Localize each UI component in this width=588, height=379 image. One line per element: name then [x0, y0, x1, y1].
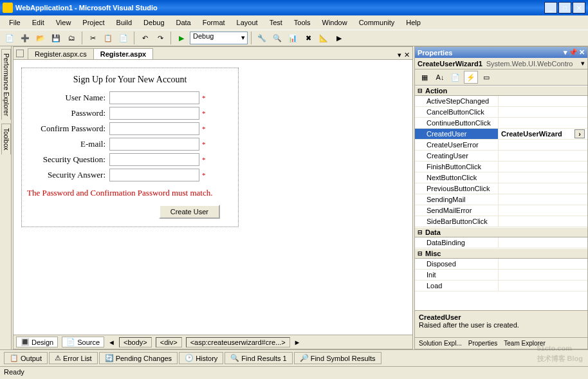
tool-icon[interactable]: ▶	[332, 31, 346, 45]
menu-tools[interactable]: Tools	[289, 17, 316, 28]
tool-icon[interactable]: 🔍	[270, 31, 284, 45]
add-item-icon[interactable]: ➕	[18, 31, 32, 45]
tab-properties[interactable]: Properties	[466, 339, 501, 347]
property-row[interactable]: CancelButtonClick	[415, 107, 587, 118]
property-grid[interactable]: Action ActiveStepChangedCancelButtonClic…	[415, 86, 587, 311]
pin-icon[interactable]: ▾	[564, 48, 567, 57]
tool-icon[interactable]: ✖	[301, 31, 315, 45]
menu-format[interactable]: Format	[198, 17, 230, 28]
input-answer[interactable]	[109, 169, 199, 181]
property-value[interactable]	[499, 270, 587, 280]
tool-icon[interactable]: 📐	[317, 31, 331, 45]
close-panel-icon[interactable]: ✕	[579, 48, 585, 57]
tab-team-explorer[interactable]: Team Explorer	[501, 339, 547, 347]
tab-find-results-1[interactable]: 🔍 Find Results 1	[225, 352, 292, 364]
menu-debug[interactable]: Debug	[138, 17, 169, 28]
property-value[interactable]	[499, 172, 587, 183]
property-row[interactable]: DataBinding	[415, 237, 587, 248]
property-value[interactable]	[499, 118, 587, 128]
tool-icon[interactable]: 🔧	[255, 31, 269, 45]
property-row[interactable]: Init	[415, 270, 587, 281]
menu-window[interactable]: Window	[317, 17, 353, 28]
property-object-selector[interactable]: CreateUserWizard1 System.Web.UI.WebContr…	[415, 58, 587, 69]
property-value[interactable]	[499, 183, 587, 194]
menu-edit[interactable]: Edit	[27, 17, 50, 28]
minimize-button[interactable]: _	[544, 2, 557, 14]
property-value[interactable]	[499, 194, 587, 205]
property-row[interactable]: NextButtonClick	[415, 172, 587, 183]
input-confirm[interactable]	[109, 122, 199, 135]
design-view-button[interactable]: 🔳 Design	[16, 337, 58, 347]
crumb-nav-left[interactable]: ◄	[108, 338, 115, 346]
open-icon[interactable]: 📂	[33, 31, 48, 45]
tab-error-list[interactable]: ⚠ Error List	[49, 352, 98, 364]
categorized-icon[interactable]: ▦	[418, 71, 432, 84]
property-value[interactable]	[499, 216, 587, 226]
menu-build[interactable]: Build	[111, 17, 137, 28]
input-username[interactable]	[109, 91, 199, 104]
property-pages-icon[interactable]: ▭	[479, 71, 493, 84]
breadcrumb[interactable]: <body>	[119, 337, 152, 347]
property-value[interactable]	[499, 96, 587, 106]
tab-solution-explorer[interactable]: Solution Expl...	[416, 339, 464, 347]
tab-performance-explorer[interactable]: Performance Explorer	[1, 49, 11, 120]
property-value[interactable]	[499, 259, 587, 269]
property-value[interactable]	[499, 151, 587, 161]
input-password[interactable]	[109, 107, 199, 120]
tab-output[interactable]: 📋 Output	[4, 352, 48, 364]
property-value[interactable]	[499, 237, 587, 248]
tab-close-icon[interactable]: ✕	[404, 51, 410, 59]
property-row[interactable]: CreatingUser	[415, 151, 587, 162]
cut-icon[interactable]: ✂	[86, 31, 100, 45]
alphabetical-icon[interactable]: A↓	[433, 71, 447, 84]
property-row[interactable]: Disposed	[415, 259, 587, 270]
tab-dropdown-icon[interactable]: ▾	[398, 51, 401, 59]
menu-help[interactable]: Help	[401, 17, 426, 28]
menu-project[interactable]: Project	[77, 17, 109, 28]
menu-view[interactable]: View	[51, 17, 77, 28]
properties-icon[interactable]: 📄	[448, 71, 463, 84]
property-row[interactable]: SendingMail	[415, 194, 587, 205]
save-icon[interactable]: 💾	[49, 31, 63, 45]
tab-history[interactable]: 🕑 History	[179, 352, 223, 364]
property-value[interactable]	[499, 205, 587, 216]
menu-test[interactable]: Test	[264, 17, 288, 28]
property-row[interactable]: CreateUserError	[415, 140, 587, 151]
tool-icon[interactable]: 📊	[286, 31, 300, 45]
create-user-wizard[interactable]: Sign Up for Your New Account User Name:*…	[21, 68, 239, 227]
property-row[interactable]: ContinueButtonClick	[415, 118, 587, 129]
copy-icon[interactable]: 📋	[101, 31, 115, 45]
property-value[interactable]	[499, 140, 587, 150]
category-misc[interactable]: Misc	[415, 248, 587, 259]
property-row[interactable]: ActiveStepChanged	[415, 96, 587, 107]
property-value[interactable]	[499, 107, 587, 117]
property-row[interactable]: SideBarButtonClick	[415, 216, 587, 227]
property-row[interactable]: FinishButtonClick	[415, 162, 587, 172]
category-action[interactable]: Action	[415, 86, 587, 96]
tab-register-cs[interactable]: Register.aspx.cs	[28, 48, 94, 59]
breadcrumb[interactable]: <div>	[156, 337, 182, 347]
close-button[interactable]: ✕	[573, 2, 585, 14]
designer-surface[interactable]: Sign Up for Your New Account User Name:*…	[14, 60, 412, 335]
property-row[interactable]: CreatedUserCreateUserWizard	[415, 129, 587, 140]
tab-find-symbol-results[interactable]: 🔎 Find Symbol Results	[294, 352, 381, 364]
menu-data[interactable]: Data	[171, 17, 196, 28]
tab-pending-changes[interactable]: 🔄 Pending Changes	[99, 352, 178, 364]
tab-toolbox[interactable]: Toolbox	[1, 124, 11, 154]
property-row[interactable]: Load	[415, 281, 587, 291]
property-value[interactable]	[499, 162, 587, 172]
property-row[interactable]: SendMailError	[415, 205, 587, 216]
category-data[interactable]: Data	[415, 227, 587, 237]
undo-icon[interactable]: ↶	[138, 31, 152, 45]
breadcrumb[interactable]: <asp:createuserwizard#cre...>	[186, 337, 290, 347]
property-row[interactable]: PreviousButtonClick	[415, 183, 587, 194]
menu-file[interactable]: File	[4, 17, 26, 28]
menu-layout[interactable]: Layout	[232, 17, 263, 28]
menu-community[interactable]: Community	[354, 17, 400, 28]
start-debug-icon[interactable]: ▶	[174, 31, 188, 45]
config-select[interactable]: Debug	[190, 32, 248, 44]
events-icon[interactable]: ⚡	[464, 71, 478, 84]
property-value[interactable]: CreateUserWizard	[499, 129, 587, 139]
paste-icon[interactable]: 📄	[116, 31, 131, 45]
input-question[interactable]	[109, 153, 199, 166]
